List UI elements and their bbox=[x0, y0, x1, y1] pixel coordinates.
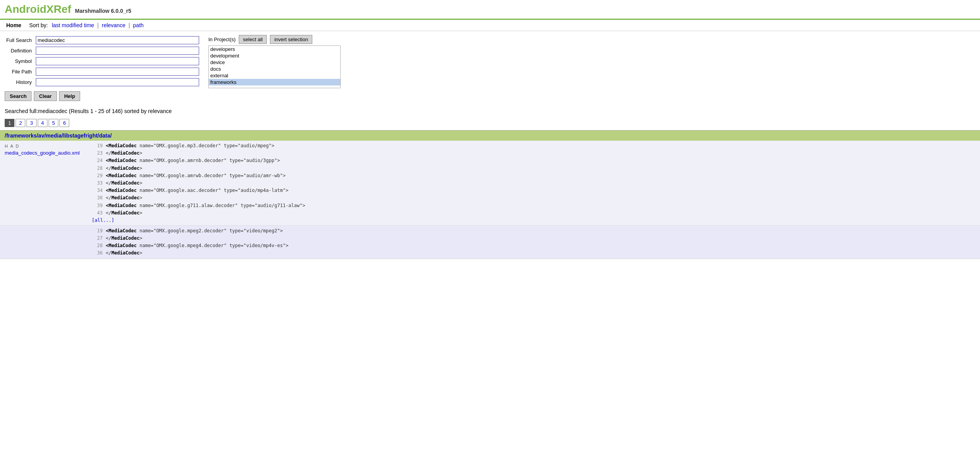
search-area: Full Search Definition Symbol File Path … bbox=[0, 31, 980, 105]
all-link-1[interactable]: [all...] bbox=[89, 217, 977, 224]
definition-input[interactable] bbox=[36, 47, 199, 55]
result-code-1: 19 <MediaCodec name="OMX.google.mp3.deco… bbox=[86, 141, 980, 225]
sort-path[interactable]: path bbox=[133, 22, 144, 28]
project-item-docs[interactable]: docs bbox=[209, 66, 340, 72]
result-entry-2: 19 <MediaCodec name="OMX.google.mpeg2.de… bbox=[0, 226, 980, 259]
version-label: Marshmallow 6.0.0_r5 bbox=[75, 8, 131, 14]
result-code-2: 19 <MediaCodec name="OMX.google.mpeg2.de… bbox=[86, 226, 980, 259]
result-filename-1[interactable]: media_codecs_google_audio.xml bbox=[5, 150, 81, 156]
file-path-label: File Path bbox=[5, 66, 34, 77]
code-line: 38 </MediaCodec> bbox=[89, 194, 977, 202]
symbol-input[interactable] bbox=[36, 57, 199, 65]
page-3[interactable]: 3 bbox=[26, 119, 36, 127]
sort-last-modified[interactable]: last modified time bbox=[52, 22, 94, 28]
sort-label: Sort by: bbox=[29, 22, 48, 28]
nav-home[interactable]: Home bbox=[6, 22, 21, 28]
projects-label: In Project(s) bbox=[208, 37, 236, 42]
had-label: H A D bbox=[5, 144, 81, 148]
brand-android: Android bbox=[5, 3, 46, 15]
code-line: 29 <MediaCodec name="OMX.google.amrwb.de… bbox=[89, 172, 977, 179]
definition-label: Definition bbox=[5, 45, 34, 56]
code-line: 28 </MediaCodec> bbox=[89, 165, 977, 172]
clear-button[interactable]: Clear bbox=[34, 91, 57, 101]
code-line: 28 <MediaCodec name="OMX.google.mpeg4.de… bbox=[89, 242, 977, 249]
code-line: 39 <MediaCodec name="OMX.google.g711.ala… bbox=[89, 202, 977, 209]
code-line: 24 <MediaCodec name="OMX.google.amrnb.de… bbox=[89, 157, 977, 164]
full-search-label: Full Search bbox=[5, 35, 34, 45]
file-path-header: /frameworks/av/media/libstagefright/data… bbox=[0, 130, 980, 141]
full-search-input[interactable] bbox=[36, 36, 199, 44]
symbol-label: Symbol bbox=[5, 56, 34, 66]
help-button[interactable]: Help bbox=[59, 91, 80, 101]
pagination: 1 2 3 4 5 6 bbox=[0, 117, 980, 130]
project-item-external[interactable]: external bbox=[209, 72, 340, 79]
file-path-input[interactable] bbox=[36, 68, 199, 76]
select-all-button[interactable]: select all bbox=[239, 35, 267, 44]
header: AndroidXRef Marshmallow 6.0.0_r5 bbox=[0, 0, 980, 20]
page-2[interactable]: 2 bbox=[16, 119, 25, 127]
result-left-1: H A D media_codecs_google_audio.xml bbox=[0, 141, 86, 225]
project-list[interactable]: developers development device docs exter… bbox=[208, 45, 341, 88]
invert-selection-button[interactable]: invert selection bbox=[270, 35, 312, 44]
nav-bar: Home Sort by: last modified time | relev… bbox=[0, 20, 980, 31]
projects-header: In Project(s) select all invert selectio… bbox=[208, 35, 341, 44]
page-6[interactable]: 6 bbox=[60, 119, 69, 127]
history-label: History bbox=[5, 77, 34, 87]
form-buttons: Search Clear Help bbox=[5, 87, 201, 101]
code-line: 19 <MediaCodec name="OMX.google.mp3.deco… bbox=[89, 142, 977, 150]
code-line: 19 <MediaCodec name="OMX.google.mpeg2.de… bbox=[89, 227, 977, 235]
brand-xref: XRef bbox=[46, 3, 71, 15]
projects-panel: In Project(s) select all invert selectio… bbox=[208, 35, 341, 101]
page-1[interactable]: 1 bbox=[5, 119, 14, 127]
project-item-device[interactable]: device bbox=[209, 59, 340, 66]
sort-relevance[interactable]: relevance bbox=[102, 22, 126, 28]
code-line: 34 <MediaCodec name="OMX.google.aac.deco… bbox=[89, 187, 977, 194]
code-line: 27 </MediaCodec> bbox=[89, 235, 977, 242]
result-entry-1: H A D media_codecs_google_audio.xml 19 <… bbox=[0, 141, 980, 226]
code-line: 43 </MediaCodec> bbox=[89, 209, 977, 217]
file-path-link[interactable]: /frameworks/av/media/libstagefright/data… bbox=[5, 132, 112, 139]
code-line: 33 </MediaCodec> bbox=[89, 179, 977, 187]
search-button[interactable]: Search bbox=[5, 91, 32, 101]
project-item-development[interactable]: development bbox=[209, 52, 340, 59]
code-line: 23 </MediaCodec> bbox=[89, 150, 977, 157]
project-item-frameworks[interactable]: frameworks bbox=[209, 79, 340, 85]
history-input[interactable] bbox=[36, 78, 199, 86]
search-form: Full Search Definition Symbol File Path … bbox=[5, 35, 201, 101]
project-item-developers[interactable]: developers bbox=[209, 46, 340, 52]
result-left-2 bbox=[0, 226, 86, 259]
code-line: 36 </MediaCodec> bbox=[89, 249, 977, 257]
page-5[interactable]: 5 bbox=[49, 119, 58, 127]
results-summary: Searched full:mediacodec (Results 1 - 25… bbox=[0, 105, 980, 117]
page-4[interactable]: 4 bbox=[38, 119, 47, 127]
